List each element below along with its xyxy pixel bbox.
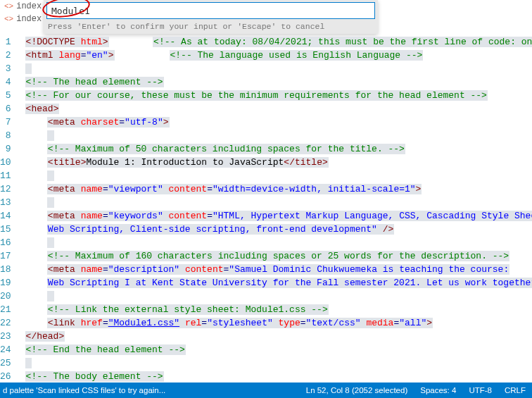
code-area[interactable]: <!DOCTYPE html> <!-- As at today: 08/04/…: [25, 35, 532, 383]
filename-input[interactable]: [46, 2, 375, 19]
status-message[interactable]: d palette 'Scan linked CSS files' to try…: [0, 386, 300, 394]
status-spaces[interactable]: Spaces: 4: [414, 386, 462, 394]
status-eol[interactable]: CRLF: [498, 386, 532, 394]
top-bar: <> index.h <> index.l Press 'Enter' to c…: [0, 0, 532, 35]
status-encoding[interactable]: UTF-8: [462, 386, 498, 394]
line-number-gutter: 1234567891011121314151617181920212223242…: [0, 35, 25, 383]
status-cursor[interactable]: Ln 52, Col 8 (2052 selected): [300, 386, 414, 394]
file-icon: <>: [4, 2, 13, 11]
input-hint: Press 'Enter' to confirm your input or '…: [46, 19, 375, 32]
code-editor[interactable]: 1234567891011121314151617181920212223242…: [0, 35, 532, 383]
status-bar: d palette 'Scan linked CSS files' to try…: [0, 383, 532, 398]
command-input-panel: Press 'Enter' to confirm your input or '…: [44, 0, 378, 34]
file-icon: <>: [4, 15, 13, 23]
